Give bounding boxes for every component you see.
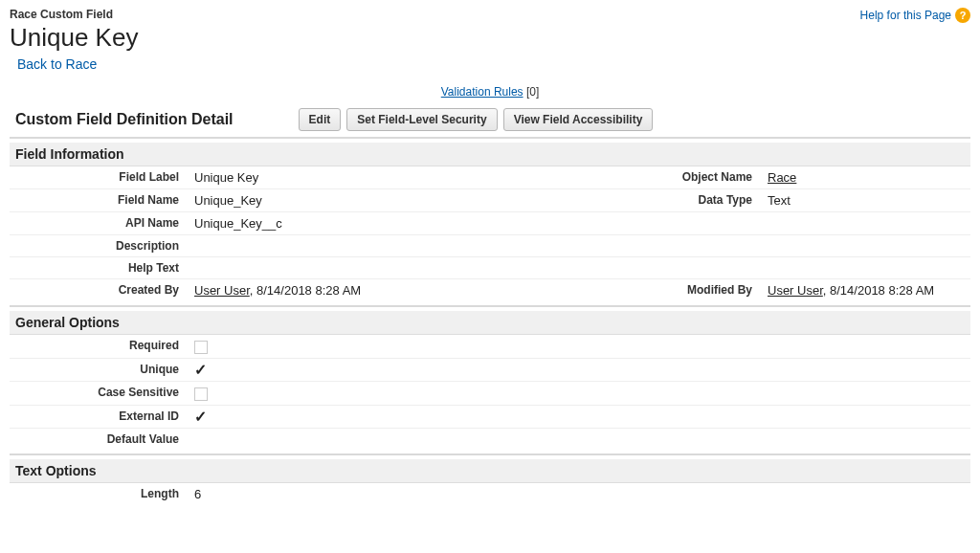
case-sensitive-checkbox: [194, 387, 208, 401]
back-to-race-link[interactable]: Back to Race: [17, 56, 97, 72]
length-label: Length: [10, 483, 187, 505]
description-value: [187, 235, 645, 256]
help-link-text: Help for this Page: [860, 9, 951, 22]
help-text-label: Help Text: [10, 257, 187, 278]
validation-rules-count: [0]: [526, 85, 539, 99]
description-label: Description: [10, 235, 187, 256]
object-name-label: Object Name: [645, 166, 760, 188]
api-name-label: API Name: [10, 212, 187, 234]
edit-button[interactable]: Edit: [299, 108, 342, 131]
modified-by-label: Modified By: [645, 279, 760, 301]
help-icon: ?: [955, 8, 970, 23]
external-id-checkbox: [194, 410, 208, 424]
external-id-label: External ID: [10, 406, 187, 429]
field-label-value: Unique Key: [187, 166, 645, 188]
modified-by-timestamp: , 8/14/2018 8:28 AM: [823, 283, 934, 298]
length-value: 6: [187, 483, 970, 505]
created-by-timestamp: , 8/14/2018 8:28 AM: [250, 283, 361, 298]
help-for-page-link[interactable]: Help for this Page ?: [860, 8, 970, 23]
default-value-value: [187, 429, 970, 450]
view-field-accessibility-button[interactable]: View Field Accessibility: [503, 108, 654, 131]
unique-checkbox: [194, 364, 208, 377]
case-sensitive-label: Case Sensitive: [10, 382, 187, 405]
required-checkbox: [194, 341, 208, 354]
created-by-value: User User, 8/14/2018 8:28 AM: [187, 279, 645, 301]
api-name-value: Unique_Key__c: [187, 212, 645, 234]
field-name-label: Field Name: [10, 189, 187, 211]
field-name-value: Unique_Key: [187, 189, 645, 211]
data-type-label: Data Type: [645, 189, 760, 211]
detail-section-title: Custom Field Definition Detail: [15, 111, 234, 128]
unique-label: Unique: [10, 359, 187, 382]
modified-by-value: User User, 8/14/2018 8:28 AM: [760, 279, 970, 301]
required-label: Required: [10, 335, 187, 358]
validation-rules-link[interactable]: Validation Rules: [441, 85, 523, 99]
default-value-label: Default Value: [10, 429, 187, 450]
field-label-label: Field Label: [10, 166, 187, 188]
field-information-heading: Field Information: [10, 143, 970, 166]
general-options-heading: General Options: [10, 311, 970, 335]
object-name-link[interactable]: Race: [768, 170, 796, 185]
created-by-user-link[interactable]: User User: [194, 283, 250, 298]
page-title: Unique Key: [10, 23, 138, 53]
set-field-level-security-button[interactable]: Set Field-Level Security: [346, 108, 497, 131]
object-type-label: Race Custom Field: [10, 8, 138, 21]
data-type-value: Text: [760, 189, 970, 211]
help-text-value: [187, 257, 645, 278]
modified-by-user-link[interactable]: User User: [768, 283, 823, 298]
text-options-heading: Text Options: [10, 459, 970, 483]
created-by-label: Created By: [10, 279, 187, 301]
